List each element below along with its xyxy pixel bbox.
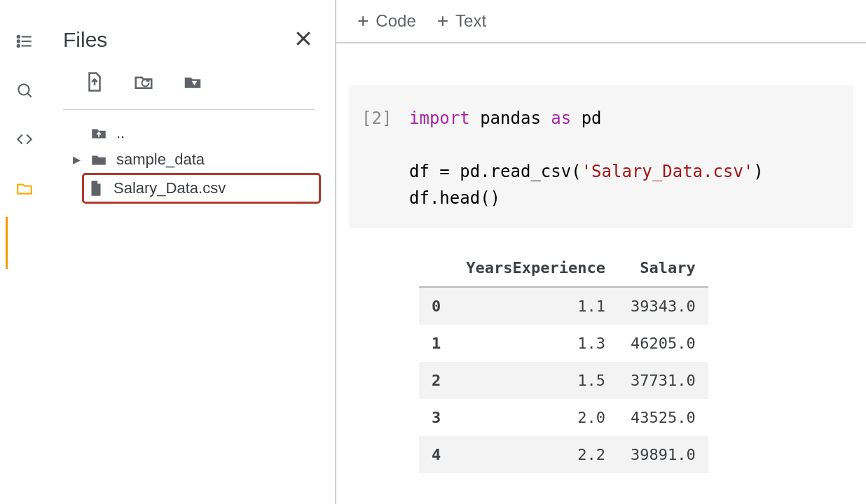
code-token: ) [753, 162, 763, 181]
files-panel-title: Files [63, 28, 107, 52]
table-header: YearsExperience [453, 249, 618, 287]
button-label: Text [455, 11, 486, 31]
tree-file-salary-data[interactable]: Salary_Data.csv [82, 173, 321, 204]
table-row: 2 1.5 37731.0 [419, 362, 708, 399]
cell-value: 37731.0 [618, 362, 708, 399]
insert-toolbar: + Code + Text [336, 0, 866, 43]
refresh-folder-icon[interactable] [133, 71, 154, 95]
notebook-main: + Code + Text [2] import pandas as pd df… [336, 0, 866, 504]
code-content: import pandas as pd df = pd.read_csv('Sa… [409, 105, 764, 211]
rail-active-indicator [6, 217, 8, 269]
tree-parent-dir[interactable]: .. [69, 120, 321, 146]
cell-output: YearsExperience Salary 0 1.1 39343.0 1 1… [419, 249, 866, 473]
row-index: 0 [419, 287, 453, 325]
plus-icon: + [357, 10, 369, 32]
row-index: 3 [419, 399, 453, 436]
folder-up-icon [90, 124, 108, 142]
code-token: 'Salary_Data.csv' [582, 162, 754, 181]
code-token: df = pd.read_csv( [409, 162, 582, 181]
plus-icon: + [437, 10, 448, 32]
code-token: as [551, 108, 571, 128]
row-index: 1 [419, 325, 453, 362]
upload-file-icon[interactable] [84, 71, 105, 95]
table-row: 3 2.0 43525.0 [419, 399, 708, 436]
svg-point-6 [18, 84, 29, 94]
files-toolbar [63, 71, 314, 110]
code-cell[interactable]: [2] import pandas as pd df = pd.read_csv… [349, 85, 853, 228]
dataframe-table: YearsExperience Salary 0 1.1 39343.0 1 1… [419, 249, 708, 473]
table-row: 0 1.1 39343.0 [419, 287, 708, 325]
code-token: import [409, 108, 470, 128]
tree-folder-sample-data[interactable]: ▸ sample_data [69, 146, 321, 173]
tree-label: .. [116, 124, 125, 142]
svg-point-4 [18, 40, 20, 42]
file-tree: .. ▸ sample_data Salary_Data.csv [56, 120, 321, 204]
cell-value: 43525.0 [618, 399, 708, 436]
svg-point-3 [18, 36, 20, 38]
execution-count: [2] [362, 105, 397, 211]
table-row: 4 2.2 39891.0 [419, 436, 708, 473]
close-icon[interactable] [293, 28, 314, 52]
svg-point-5 [18, 45, 20, 47]
search-icon[interactable] [14, 80, 35, 101]
caret-right-icon: ▸ [71, 150, 81, 169]
button-label: Code [376, 11, 415, 31]
row-index: 4 [419, 436, 453, 473]
tree-label: Salary_Data.csv [114, 179, 226, 197]
tree-label: sample_data [116, 150, 205, 169]
table-header: Salary [618, 249, 708, 287]
cell-value: 1.5 [453, 362, 618, 399]
mount-drive-icon[interactable] [182, 71, 203, 95]
cell-value: 46205.0 [618, 325, 708, 362]
file-icon [87, 179, 105, 197]
cell-value: 1.1 [453, 287, 618, 325]
cell-value: 2.0 [453, 399, 618, 436]
code-token: df.head() [409, 185, 764, 211]
code-snippets-icon[interactable] [14, 129, 35, 150]
table-row: 1 1.3 46205.0 [419, 325, 708, 362]
table-header-index [419, 249, 453, 287]
add-code-cell-button[interactable]: + Code [357, 10, 416, 32]
toc-icon[interactable] [14, 31, 35, 52]
cell-value: 39343.0 [618, 287, 708, 325]
cell-value: 39891.0 [618, 436, 708, 473]
cell-value: 2.2 [453, 436, 618, 473]
row-index: 2 [419, 362, 453, 399]
code-token: pd [582, 108, 602, 128]
left-rail [0, 0, 49, 504]
folder-icon [90, 150, 108, 169]
svg-line-7 [28, 94, 32, 97]
cell-value: 1.3 [453, 325, 618, 362]
files-panel: Files .. ▸ sample_data Salary_ [49, 0, 336, 504]
code-token: pandas [480, 108, 541, 128]
add-text-cell-button[interactable]: + Text [437, 10, 486, 32]
files-icon[interactable] [14, 178, 35, 199]
